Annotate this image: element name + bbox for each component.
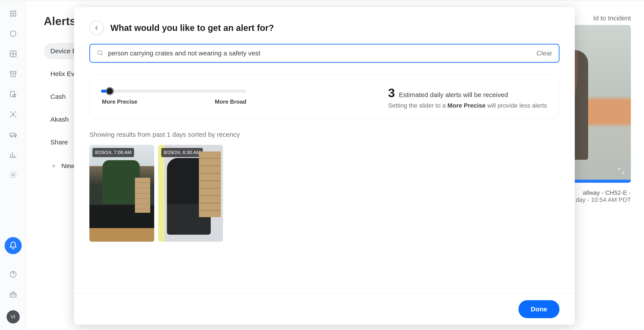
- results-caption: Showing results from past 1 days sorted …: [89, 131, 560, 138]
- precision-slider[interactable]: More Precise More Broad: [102, 90, 246, 105]
- modal-footer: Done: [74, 294, 575, 325]
- svg-point-19: [98, 50, 102, 54]
- slider-label-left: More Precise: [102, 98, 137, 105]
- estimate-count: 3: [388, 86, 395, 100]
- search-field[interactable]: Clear: [89, 44, 560, 63]
- result-card[interactable]: 8/29/24, 6:30 AM: [158, 145, 223, 242]
- done-button[interactable]: Done: [518, 300, 560, 318]
- slider-labels: More Precise More Broad: [102, 98, 246, 105]
- estimate-block: 3 Estimated daily alerts will be receive…: [388, 86, 547, 109]
- result-card[interactable]: 8/29/24, 7:06 AM: [89, 145, 154, 242]
- result-timestamp: 8/29/24, 7:06 AM: [92, 148, 134, 157]
- precision-panel: More Precise More Broad 3 Estimated dail…: [89, 74, 560, 118]
- modal-header: What would you like to get an alert for?: [74, 7, 575, 44]
- create-alert-modal: What would you like to get an alert for?…: [74, 7, 575, 325]
- modal-body: Clear More Precise More Broad 3 Estimate…: [74, 44, 575, 294]
- clear-button[interactable]: Clear: [536, 50, 552, 57]
- result-timestamp: 8/29/24, 6:30 AM: [161, 148, 203, 157]
- alert-query-input[interactable]: [108, 50, 532, 57]
- estimate-subtext: Setting the slider to a More Precise wil…: [388, 102, 547, 109]
- results-grid: 8/29/24, 7:06 AM 8/29/24, 6:30 AM: [89, 145, 560, 242]
- search-icon: [96, 49, 104, 57]
- back-button[interactable]: [89, 20, 104, 35]
- slider-handle[interactable]: [106, 88, 114, 95]
- slider-label-right: More Broad: [215, 98, 246, 105]
- slider-track[interactable]: [102, 90, 246, 93]
- estimate-text: Estimated daily alerts will be received: [399, 91, 508, 98]
- modal-title: What would you like to get an alert for?: [110, 23, 274, 33]
